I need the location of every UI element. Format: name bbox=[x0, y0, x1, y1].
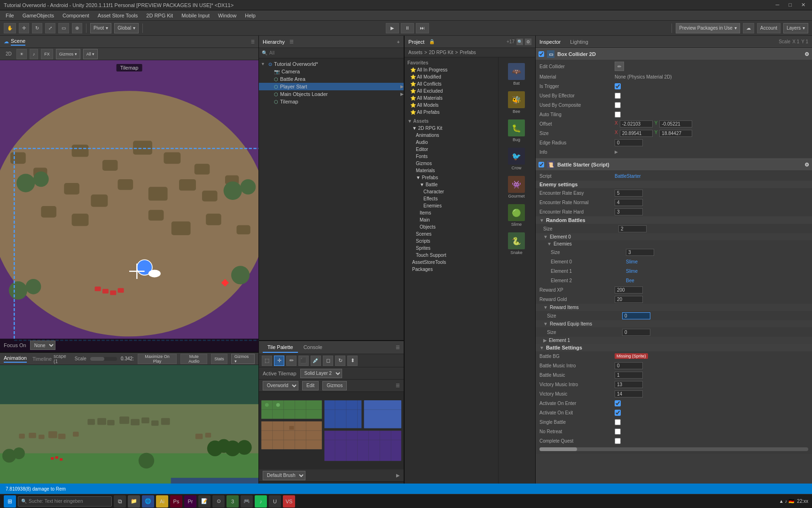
menu-window[interactable]: Window bbox=[214, 12, 240, 19]
prefab-slime[interactable]: 🟢 Slime bbox=[502, 202, 531, 229]
tile-palette-menu[interactable]: ☰ bbox=[396, 383, 400, 388]
random-battles-section[interactable]: ▼ Random Battles bbox=[536, 216, 812, 224]
reward-xp-input[interactable] bbox=[615, 286, 643, 294]
menu-mobile[interactable]: Mobile Input bbox=[178, 12, 213, 19]
stats-btn[interactable]: Stats bbox=[211, 354, 227, 364]
minimize-btn[interactable]: ─ bbox=[773, 2, 782, 8]
inspector-scrollbar[interactable] bbox=[539, 447, 808, 451]
menu-component[interactable]: Component bbox=[59, 12, 93, 19]
brush-select[interactable]: Default Brush bbox=[263, 471, 305, 480]
tree-item-tutorial[interactable]: ▼ ⊙ Tutorial Overworld* bbox=[259, 60, 404, 68]
close-btn[interactable]: ✕ bbox=[798, 2, 808, 8]
transform-tool[interactable]: ⊕ bbox=[72, 23, 82, 33]
project-search-btn[interactable]: 🔍 bbox=[516, 39, 523, 45]
box-collider-header[interactable]: ▭ Box Collider 2D ⚙ bbox=[536, 48, 812, 60]
mute-audio-btn[interactable]: Mute Audio bbox=[180, 354, 207, 364]
taskbar-pr[interactable]: Pr bbox=[184, 495, 196, 508]
breadcrumb-rpgkit[interactable]: 2D RPG Kit bbox=[429, 50, 453, 55]
folder-scenes[interactable]: Scenes bbox=[405, 230, 498, 238]
menu-rpgkit[interactable]: 2D RPG Kit bbox=[142, 12, 177, 19]
breadcrumb-prefabs[interactable]: Prefabs bbox=[460, 50, 476, 55]
activate-on-enter-checkbox[interactable] bbox=[615, 400, 621, 406]
all-dropdown[interactable]: All ▾ bbox=[83, 49, 98, 59]
scene-lighting-btn[interactable]: ☀ bbox=[16, 49, 27, 59]
global-dropdown[interactable]: Global▾ bbox=[114, 23, 139, 33]
folder-fonts[interactable]: Fonts bbox=[405, 153, 498, 160]
taskbar-note[interactable]: 📝 bbox=[198, 495, 211, 508]
battle-music-intro-input[interactable] bbox=[615, 362, 643, 369]
gizmos-dropdown[interactable]: Gizmos ▾ bbox=[56, 49, 80, 59]
scene-audio-btn[interactable]: ♪ bbox=[30, 49, 39, 59]
tree-item-player-start[interactable]: ⬡ Player Start ▶ bbox=[259, 83, 404, 90]
scene-view[interactable]: Tilemap Focus On None bbox=[0, 60, 258, 352]
tree-item-battle-area[interactable]: ⬡ Battle Area bbox=[259, 75, 404, 83]
menu-file[interactable]: File bbox=[2, 12, 18, 19]
layers-dropdown[interactable]: Layers ▾ bbox=[783, 23, 808, 33]
scene-2d-btn[interactable]: 2D bbox=[4, 50, 14, 57]
timeline-tab[interactable]: Timeline bbox=[32, 356, 52, 362]
prefab-gourmet[interactable]: 👾 Gourmet bbox=[502, 174, 531, 200]
battle-starter-header[interactable]: 📜 Battle Starter (Script) ⚙ bbox=[536, 159, 812, 170]
reward-equip-items-section[interactable]: ▼ Reward Equip Items bbox=[536, 320, 812, 327]
is-trigger-checkbox[interactable] bbox=[615, 83, 621, 89]
account-btn[interactable]: Account bbox=[757, 23, 781, 33]
battle-starter-enabled[interactable] bbox=[539, 162, 544, 167]
fav-all-materials[interactable]: ⭐ All Materials bbox=[405, 95, 498, 102]
folder-gizmos[interactable]: Gizmos bbox=[405, 160, 498, 167]
tile-rotate-btn[interactable]: ↻ bbox=[335, 356, 345, 366]
folder-packages[interactable]: Packages bbox=[405, 266, 498, 273]
scale-tool[interactable]: ⤢ bbox=[45, 23, 55, 33]
box-collider-enabled[interactable] bbox=[539, 51, 544, 57]
taskbar-explorer[interactable]: 📁 bbox=[128, 495, 140, 508]
auto-tiling-checkbox[interactable] bbox=[615, 111, 621, 118]
encounter-easy-input[interactable] bbox=[615, 190, 643, 197]
tile-palette-content[interactable] bbox=[259, 392, 404, 469]
maximize-on-play-btn[interactable]: Maximize On Play bbox=[138, 354, 177, 364]
play-btn[interactable]: ▶ bbox=[386, 23, 399, 33]
tile-select-btn[interactable]: ⬚ bbox=[262, 356, 272, 366]
folder-scripts[interactable]: Scripts bbox=[405, 238, 498, 245]
menu-help[interactable]: Help bbox=[241, 12, 259, 19]
tile-fill-btn[interactable]: ⬛ bbox=[298, 356, 309, 366]
battle-settings-section[interactable]: ▼ Battle Settings bbox=[536, 344, 812, 351]
fav-all-conflicts[interactable]: ⭐ All Conflicts bbox=[405, 80, 498, 87]
edge-radius-input[interactable] bbox=[615, 139, 643, 146]
hierarchy-search[interactable] bbox=[269, 50, 401, 56]
pause-btn[interactable]: ⏸ bbox=[401, 23, 414, 33]
folder-prefabs[interactable]: ▼ Prefabs bbox=[405, 174, 498, 181]
enemies-size-input[interactable] bbox=[626, 249, 654, 256]
hand-tool[interactable]: ✋ bbox=[4, 23, 16, 33]
reward-gold-input[interactable] bbox=[615, 296, 643, 303]
taskbar-app3[interactable]: 3 bbox=[226, 495, 239, 508]
menu-gameobject[interactable]: GameObjects bbox=[19, 12, 58, 19]
tile-gizmos-btn[interactable]: Gizmos bbox=[322, 381, 347, 390]
encounter-normal-input[interactable] bbox=[615, 199, 643, 206]
box-collider-settings[interactable]: ⚙ bbox=[804, 51, 809, 57]
complete-quest-checkbox[interactable] bbox=[615, 438, 621, 444]
rect-tool[interactable]: ▭ bbox=[58, 23, 69, 33]
preview-packages-dropdown[interactable]: Preview Packages in Use ▾ bbox=[676, 23, 740, 33]
tile-palette-tab[interactable]: Tile Palette bbox=[263, 342, 298, 353]
battle-music-input[interactable] bbox=[615, 372, 643, 379]
folder-touch-support[interactable]: Touch Support bbox=[405, 252, 498, 259]
taskbar-vs[interactable]: VS bbox=[283, 495, 295, 508]
used-by-effector-checkbox[interactable] bbox=[615, 93, 621, 99]
tile-erase-btn[interactable]: ◻ bbox=[323, 356, 333, 366]
prefab-crow[interactable]: 🐦 Crow bbox=[502, 146, 531, 172]
task-view-btn[interactable]: ⧉ bbox=[114, 495, 126, 508]
scene-tab[interactable]: Scene bbox=[11, 38, 25, 46]
fav-all-modified[interactable]: ⭐ All Modified bbox=[405, 73, 498, 80]
hierarchy-menu[interactable]: ☰ bbox=[289, 39, 294, 44]
breadcrumb-assets[interactable]: Assets bbox=[408, 50, 422, 55]
console-tab[interactable]: Console bbox=[299, 342, 327, 353]
taskbar-unity[interactable]: U bbox=[269, 495, 281, 508]
fav-all-prefabs[interactable]: ⭐ All Prefabs bbox=[405, 109, 498, 116]
taskbar-search[interactable]: 🔍 Suche: Text hier eingeben bbox=[18, 496, 112, 507]
folder-battle[interactable]: ▼ Battle bbox=[405, 181, 498, 188]
move-tool[interactable]: ✛ bbox=[19, 23, 29, 33]
lighting-tab[interactable]: Lighting bbox=[570, 39, 588, 45]
folder-main[interactable]: Main bbox=[405, 216, 498, 223]
edit-collider-btn[interactable]: ✏ bbox=[615, 62, 624, 71]
tile-move-btn[interactable]: ✛ bbox=[274, 356, 284, 366]
folder-materials[interactable]: Materials bbox=[405, 167, 498, 174]
